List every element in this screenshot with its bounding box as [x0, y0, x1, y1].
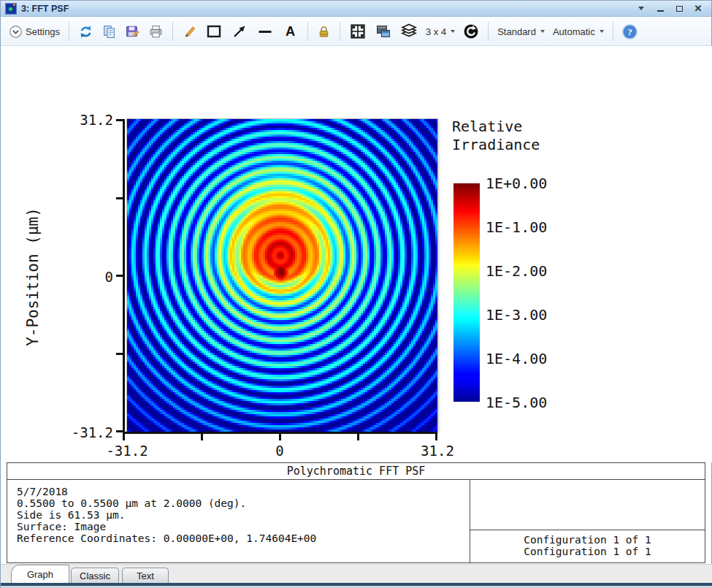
toolbar-separator [69, 22, 69, 41]
y-axis-tick [116, 353, 123, 355]
draw-rectangle-button[interactable] [203, 21, 225, 42]
colorbar-tick-labels: 1E+0.00 1E-1.00 1E-2.00 1E-3.00 1E-4.00 … [486, 175, 547, 411]
svg-text:A: A [286, 24, 295, 39]
layers-button[interactable] [398, 21, 420, 42]
lock-button[interactable] [315, 23, 333, 40]
toolbar-separator [340, 22, 340, 41]
tab-classic[interactable]: Classic [71, 568, 119, 583]
duplicate-window-button[interactable] [372, 21, 394, 42]
toolbar-separator [613, 22, 613, 41]
y-axis-tick [116, 197, 123, 199]
configuration-line: Configuration 1 of 1 [470, 534, 705, 546]
copy-button[interactable] [99, 23, 119, 41]
automatic-dropdown[interactable]: Automatic [551, 25, 606, 39]
config-cell: Configuration 1 of 1 Configuration 1 of … [470, 480, 705, 562]
duplicate-window-icon [375, 23, 392, 40]
x-axis-tick [201, 434, 203, 440]
grid-size-label: 3 x 4 [426, 26, 446, 37]
draw-arrow-button[interactable] [229, 21, 250, 42]
help-button[interactable]: ? [620, 23, 640, 41]
configuration-status: Configuration 1 of 1 Configuration 1 of … [470, 530, 705, 562]
detail-side: Side is 61.53 µm. [17, 509, 470, 521]
refresh-icon [78, 24, 93, 39]
copy-icon [102, 24, 117, 39]
view-tab-strip: Graph Classic Text [1, 564, 712, 583]
x-tick-label-left: -31.2 [94, 443, 160, 459]
analysis-title: Polychromatic FFT PSF [7, 463, 705, 480]
tab-classic-label: Classic [80, 570, 110, 581]
colorbar-title-line2: Irradiance [452, 136, 540, 154]
window-psf-icon [5, 3, 17, 15]
toolbar-separator [172, 22, 173, 41]
standard-label: Standard [497, 26, 536, 37]
fft-psf-window: 3: FFT PSF ✕ Settings [0, 0, 712, 588]
y-axis-tick [116, 430, 123, 432]
toolbar-separator [488, 22, 489, 41]
colorbar-label: 1E+0.00 [486, 175, 547, 191]
automatic-label: Automatic [553, 26, 595, 37]
y-axis-line [123, 119, 125, 434]
configuration-line: Configuration 1 of 1 [470, 546, 705, 557]
text-icon: A [282, 23, 299, 40]
y-axis-title: Y-Position (µm) [24, 167, 42, 386]
draw-line-button[interactable] [254, 21, 276, 42]
close-button[interactable]: ✕ [692, 4, 704, 14]
settings-button[interactable]: Settings [7, 23, 62, 40]
colorbar-label: 1E-2.00 [486, 263, 547, 279]
save-button[interactable] [123, 23, 142, 41]
y-tick-label-mid: 0 [62, 269, 113, 285]
x-axis-tick [123, 434, 125, 440]
chevron-down-icon [600, 30, 604, 33]
x-axis-tick [435, 434, 437, 440]
settings-chevron-icon [9, 25, 23, 39]
rectangle-icon [205, 23, 223, 40]
tile-windows-icon [349, 23, 367, 40]
help-icon: ? [622, 24, 638, 39]
x-axis-tick [279, 434, 281, 440]
analysis-details: 5/7/2018 0.5500 to 0.5500 µm at 2.0000 (… [7, 480, 470, 562]
annotate-pencil-button[interactable] [180, 23, 199, 41]
colorbar-label: 1E-5.00 [486, 394, 547, 411]
y-tick-label-top: 31.2 [62, 112, 113, 128]
info-panel: Polychromatic FFT PSF 5/7/2018 0.5500 to… [7, 462, 705, 563]
minimize-button[interactable] [654, 4, 666, 14]
rotate-button[interactable] [461, 22, 481, 41]
detail-wavelength: 0.5500 to 0.5500 µm at 2.0000 (deg). [17, 497, 470, 509]
tab-graph-label: Graph [27, 569, 53, 580]
tab-text[interactable]: Text [122, 568, 169, 583]
line-icon [256, 23, 274, 40]
psf-plot [127, 119, 437, 432]
rotate-icon [463, 23, 479, 39]
add-text-button[interactable]: A [280, 22, 301, 42]
y-axis-tick [116, 119, 123, 121]
window-title: 3: FFT PSF [21, 4, 69, 14]
colorbar-title-line1: Relative [452, 118, 540, 136]
chevron-down-icon [451, 30, 455, 33]
standard-dropdown[interactable]: Standard [495, 25, 547, 39]
detail-reference-coordinates: Reference Coordinates: 0.00000E+00, 1.74… [17, 532, 470, 544]
chevron-down-icon [540, 30, 545, 33]
colorbar-label: 1E-4.00 [486, 351, 547, 367]
arrow-icon [231, 23, 248, 40]
lock-icon [317, 25, 331, 39]
toolbar-separator [307, 22, 308, 41]
tab-text-label: Text [137, 570, 154, 581]
window-menu-caret-icon[interactable] [635, 4, 647, 14]
tile-windows-button[interactable] [347, 21, 369, 42]
y-tick-label-bottom: -31.2 [62, 424, 113, 440]
refresh-button[interactable] [76, 23, 96, 41]
y-axis-tick [116, 275, 123, 277]
colorbar-gradient-canvas [453, 183, 480, 402]
tab-graph[interactable]: Graph [11, 565, 69, 583]
graph-panel: 31.2 0 -31.2 -31.2 0 31.2 X-Position (µm… [1, 46, 712, 462]
maximize-button[interactable] [673, 4, 685, 14]
x-axis-tick [357, 434, 359, 440]
save-icon [125, 24, 140, 39]
colorbar-title: Relative Irradiance [452, 118, 540, 154]
x-tick-label-right: 31.2 [405, 443, 470, 459]
print-button[interactable] [146, 23, 166, 41]
x-tick-label-mid: 0 [247, 443, 313, 459]
grid-size-dropdown[interactable]: 3 x 4 [424, 25, 457, 39]
toolbar: Settings [1, 18, 711, 46]
layers-icon [400, 23, 418, 40]
